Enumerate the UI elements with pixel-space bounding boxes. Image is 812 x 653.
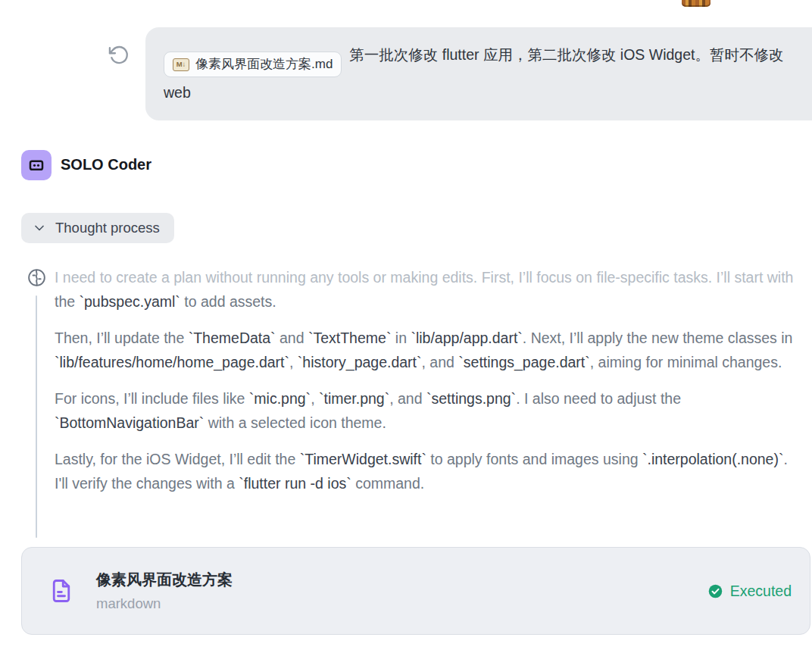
thought-text-segment: Lastly, for the iOS Widget, I’ll edit th… — [55, 451, 300, 467]
chevron-down-icon — [32, 220, 47, 236]
thought-text-segment: Then, I’ll update the — [55, 330, 189, 346]
assistant-name: SOLO Coder — [61, 156, 151, 173]
timeline-connector — [36, 295, 37, 538]
assistant-avatar — [21, 150, 52, 180]
brain-icon — [27, 267, 47, 288]
status-label: Executed — [730, 583, 792, 600]
thought-text-segment: . I also need to adjust the — [516, 390, 681, 407]
inline-code: `ThemeData` — [189, 330, 276, 346]
inline-code: `.interpolation(.none)` — [642, 451, 783, 467]
user-message-bubble: M↓ 像素风界面改造方案.md 第一批次修改 flutter 应用，第二批次修改… — [145, 27, 812, 120]
thought-text-segment: , and — [422, 354, 459, 370]
thought-text-segment: , — [289, 354, 298, 370]
thought-text-segment: For icons, I’ll include files like — [55, 390, 249, 407]
thought-process-toggle[interactable]: Thought process — [21, 213, 174, 243]
thought-text-segment: in — [391, 330, 411, 346]
undo-icon — [108, 44, 129, 65]
inline-code: `history_page.dart` — [298, 354, 422, 370]
file-chip-label: 像素风界面改造方案.md — [195, 56, 333, 73]
inline-code: `settings.png` — [426, 390, 516, 407]
file-chip[interactable]: M↓ 像素风界面改造方案.md — [164, 52, 342, 77]
chat-view: M↓ 像素风界面改造方案.md 第一批次修改 flutter 应用，第二批次修改… — [0, 0, 812, 653]
undo-message-button[interactable] — [108, 44, 129, 65]
artifact-title: 像素风界面改造方案 — [96, 570, 707, 589]
thought-text-segment: , — [311, 390, 319, 407]
inline-code: `timer.png` — [319, 390, 389, 407]
artifact-meta: 像素风界面改造方案 markdown — [96, 570, 707, 612]
artifact-card[interactable]: 像素风界面改造方案 markdown Executed — [21, 547, 810, 635]
inline-code: `settings_page.dart` — [458, 354, 589, 370]
inline-code: `pubspec.yaml` — [80, 293, 180, 310]
attachment-thumbnail[interactable] — [682, 0, 710, 7]
inline-code: `lib/features/home/home_page.dart` — [55, 354, 289, 370]
inline-code: `lib/app/app.dart` — [411, 330, 522, 346]
status-badge: Executed — [707, 583, 792, 600]
inline-code: `BottomNavigationBar` — [55, 414, 204, 431]
inline-code: `TextTheme` — [308, 330, 391, 346]
thought-paragraphs: I need to create a plan without running … — [55, 265, 803, 508]
thought-text-segment: command. — [351, 475, 424, 492]
thought-process-label: Thought process — [55, 220, 160, 236]
inline-code: `mic.png` — [249, 390, 311, 407]
check-circle-icon — [707, 583, 723, 599]
artifact-subtitle: markdown — [96, 595, 707, 612]
document-icon — [48, 577, 75, 605]
thought-text-segment: , and — [389, 390, 426, 407]
thought-text-segment: with a selected icon theme. — [204, 414, 386, 431]
thought-text-segment: . Next, I’ll apply the new theme classes… — [523, 330, 793, 346]
thought-paragraph: Then, I’ll update the `ThemeData` and `T… — [55, 326, 803, 374]
thought-text-segment: and — [276, 330, 308, 346]
inline-code: `flutter run -d ios` — [239, 475, 351, 492]
thought-paragraph: Lastly, for the iOS Widget, I’ll edit th… — [55, 447, 803, 495]
robot-icon — [27, 155, 46, 175]
thought-paragraph: I need to create a plan without running … — [55, 265, 803, 314]
thought-paragraph: For icons, I’ll include files like `mic.… — [55, 386, 803, 435]
thought-text-segment: , aiming for minimal changes. — [590, 354, 782, 370]
inline-code: `TimerWidget.swift` — [300, 451, 426, 467]
markdown-file-icon: M↓ — [173, 58, 189, 71]
thought-text-segment: to add assets. — [180, 293, 276, 310]
thought-text-segment: to apply fonts and images using — [426, 451, 642, 467]
